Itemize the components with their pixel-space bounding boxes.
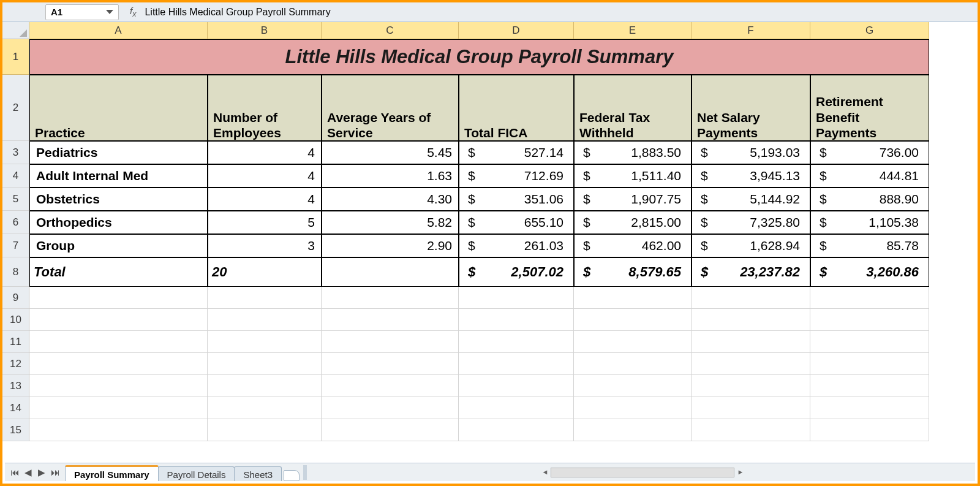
row-header[interactable]: 7 [2,234,29,257]
empty-cell[interactable] [208,331,322,353]
empty-cell[interactable] [692,419,810,441]
row-header[interactable]: 12 [2,353,29,375]
cell-net[interactable]: $1,628.94 [692,234,810,257]
cell-fica[interactable]: $527.14 [459,141,574,164]
cell-fica[interactable]: $655.10 [459,211,574,234]
empty-cell[interactable] [810,309,929,331]
next-sheet-icon[interactable]: ▶ [36,466,48,479]
col-header-b[interactable]: B [208,22,322,39]
empty-cell[interactable] [459,331,574,353]
col-header-c[interactable]: C [322,22,459,39]
empty-cell[interactable] [459,419,574,441]
empty-cell[interactable] [208,419,322,441]
empty-cell[interactable] [574,287,692,309]
cell-net[interactable]: $5,144.92 [692,188,810,211]
empty-cell[interactable] [692,331,810,353]
empty-cell[interactable] [322,287,459,309]
total-ret[interactable]: $3,260.86 [810,257,929,287]
row-header[interactable]: 5 [2,188,29,211]
empty-cell[interactable] [322,397,459,419]
cell-years[interactable]: 1.63 [322,164,459,188]
col-header-a[interactable]: A [29,22,208,39]
cell-ret[interactable]: $85.78 [810,234,929,257]
header-practice[interactable]: Practice [29,75,208,141]
empty-cell[interactable] [459,375,574,397]
empty-cell[interactable] [322,331,459,353]
row-header-1[interactable]: 1 [2,39,29,75]
tab-payroll-details[interactable]: Payroll Details [158,466,235,481]
cell-fed[interactable]: $462.00 [574,234,692,257]
row-header-8[interactable]: 8 [2,257,29,287]
empty-cell[interactable] [574,419,692,441]
cell-ret[interactable]: $888.90 [810,188,929,211]
col-header-f[interactable]: F [692,22,810,39]
empty-cell[interactable] [459,353,574,375]
empty-cell[interactable] [692,353,810,375]
empty-cell[interactable] [29,375,208,397]
empty-cell[interactable] [574,353,692,375]
tab-sheet3[interactable]: Sheet3 [234,466,282,481]
title-cell[interactable]: Little Hills Medical Group Payroll Summa… [29,39,929,75]
tab-payroll-summary[interactable]: Payroll Summary [65,465,159,481]
tab-scroll-separator[interactable] [303,465,307,480]
empty-cell[interactable] [459,309,574,331]
cell-practice[interactable]: Pediatrics [29,141,208,164]
cell-emp[interactable]: 5 [208,211,322,234]
cell-practice[interactable]: Group [29,234,208,257]
empty-cell[interactable] [810,331,929,353]
empty-cell[interactable] [692,287,810,309]
cell-ret[interactable]: $1,105.38 [810,211,929,234]
empty-cell[interactable] [208,287,322,309]
cell-years[interactable]: 4.30 [322,188,459,211]
cell-fica[interactable]: $351.06 [459,188,574,211]
empty-cell[interactable] [29,287,208,309]
cell-fica[interactable]: $712.69 [459,164,574,188]
first-sheet-icon[interactable]: ⏮ [9,466,21,479]
cell-ret[interactable]: $736.00 [810,141,929,164]
col-header-d[interactable]: D [459,22,574,39]
horizontal-scrollbar[interactable] [311,468,975,477]
cell-fica[interactable]: $261.03 [459,234,574,257]
cell-emp[interactable]: 3 [208,234,322,257]
empty-cell[interactable] [322,353,459,375]
total-fica[interactable]: $2,507.02 [459,257,574,287]
row-header[interactable]: 10 [2,309,29,331]
cell-practice[interactable]: Obstetrics [29,188,208,211]
cell-practice[interactable]: Orthopedics [29,211,208,234]
cell-ret[interactable]: $444.81 [810,164,929,188]
empty-cell[interactable] [810,419,929,441]
row-header[interactable]: 6 [2,211,29,234]
cell-years[interactable]: 2.90 [322,234,459,257]
cell-fed[interactable]: $1,883.50 [574,141,692,164]
col-header-e[interactable]: E [574,22,692,39]
empty-cell[interactable] [574,309,692,331]
empty-cell[interactable] [322,375,459,397]
formula-input[interactable] [143,4,978,20]
total-emp[interactable]: 20 [208,257,322,287]
empty-cell[interactable] [574,331,692,353]
header-num-employees[interactable]: Number of Employees [208,75,322,141]
header-total-fica[interactable]: Total FICA [459,75,574,141]
empty-cell[interactable] [692,397,810,419]
cell-net[interactable]: $5,193.03 [692,141,810,164]
row-header[interactable]: 9 [2,287,29,309]
total-years[interactable] [322,257,459,287]
last-sheet-icon[interactable]: ⏭ [49,466,61,479]
empty-cell[interactable] [574,375,692,397]
empty-cell[interactable] [208,375,322,397]
total-net[interactable]: $23,237.82 [692,257,810,287]
cell-emp[interactable]: 4 [208,164,322,188]
cell-years[interactable]: 5.82 [322,211,459,234]
name-box[interactable]: A1 [45,4,119,20]
empty-cell[interactable] [459,287,574,309]
empty-cell[interactable] [208,309,322,331]
cell-fed[interactable]: $1,511.40 [574,164,692,188]
empty-cell[interactable] [459,397,574,419]
header-avg-years[interactable]: Average Years of Service [322,75,459,141]
empty-cell[interactable] [208,353,322,375]
empty-cell[interactable] [322,419,459,441]
row-header[interactable]: 4 [2,164,29,188]
header-retirement[interactable]: Retirement Benefit Payments [810,75,929,141]
row-header[interactable]: 14 [2,397,29,419]
empty-cell[interactable] [692,375,810,397]
